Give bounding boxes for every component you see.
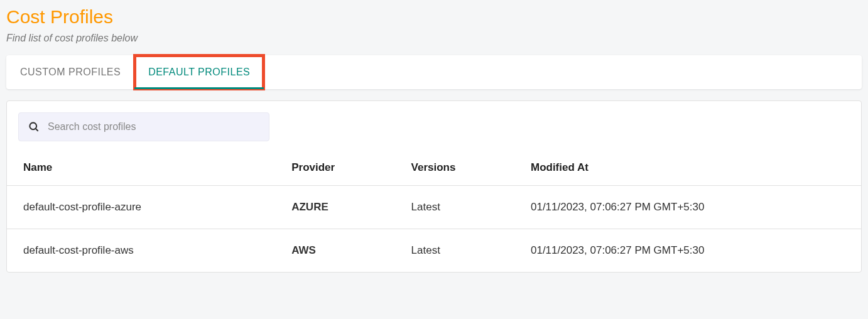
tabs-container: CUSTOM PROFILES DEFAULT PROFILES	[6, 55, 862, 89]
content-card: Name Provider Versions Modified At defau…	[6, 100, 862, 273]
tab-default-profiles[interactable]: DEFAULT PROFILES	[134, 55, 264, 89]
column-header-modified[interactable]: Modified At	[519, 153, 861, 186]
table-header-row: Name Provider Versions Modified At	[7, 153, 861, 186]
page-subtitle: Find list of cost profiles below	[6, 33, 862, 44]
cell-modified: 01/11/2023, 07:06:27 PM GMT+5:30	[519, 229, 861, 273]
column-header-provider[interactable]: Provider	[280, 153, 399, 186]
column-header-name[interactable]: Name	[7, 153, 280, 186]
search-input[interactable]	[48, 121, 260, 132]
column-header-versions[interactable]: Versions	[400, 153, 519, 186]
svg-line-1	[36, 129, 38, 131]
cell-versions: Latest	[400, 186, 519, 229]
cell-name: default-cost-profile-aws	[7, 229, 280, 273]
profiles-table: Name Provider Versions Modified At defau…	[7, 153, 861, 272]
search-icon	[28, 121, 40, 133]
search-box[interactable]	[18, 112, 269, 141]
cell-provider: AZURE	[280, 186, 399, 229]
table-row[interactable]: default-cost-profile-azure AZURE Latest …	[7, 186, 861, 229]
cell-name: default-cost-profile-azure	[7, 186, 280, 229]
tab-custom-profiles[interactable]: CUSTOM PROFILES	[6, 55, 134, 89]
cell-modified: 01/11/2023, 07:06:27 PM GMT+5:30	[519, 186, 861, 229]
cell-provider: AWS	[280, 229, 399, 273]
page-title: Cost Profiles	[6, 6, 862, 28]
cell-versions: Latest	[400, 229, 519, 273]
svg-point-0	[30, 122, 36, 129]
table-row[interactable]: default-cost-profile-aws AWS Latest 01/1…	[7, 229, 861, 273]
